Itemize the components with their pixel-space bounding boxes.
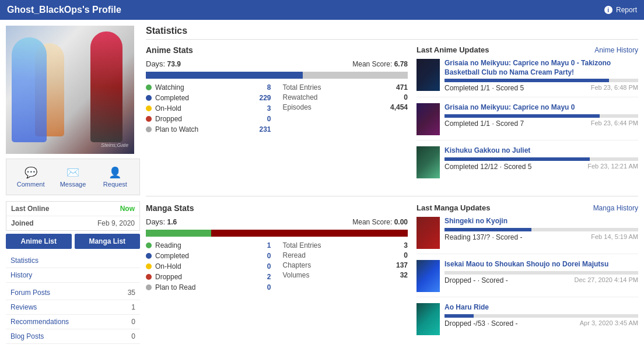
anime-watching-row: Watching 8 (146, 83, 271, 92)
anime-update-info-2: Grisaia no Meikyuu: Caprice no Mayu 0 Co… (444, 103, 638, 135)
profile-title: Ghost_BlackOps's Profile (7, 5, 121, 15)
rewatched-row: Rewatched 0 (283, 93, 408, 101)
anime-progress-bar (146, 72, 408, 79)
sidebar-item-reviews[interactable]: Reviews 1 (6, 300, 140, 315)
plan-value: 231 (259, 125, 271, 133)
manga-onhold-label: On-Hold (155, 262, 267, 270)
last-online-label: Last Online (11, 205, 49, 213)
volumes-value: 32 (400, 271, 408, 279)
anime-date-1: Feb 23, 6:48 PM (591, 84, 638, 91)
completed-label: Completed (155, 94, 259, 102)
anime-meta-3: Completed 12/12 · Scored 5 Feb 23, 12:21… (444, 163, 638, 171)
manga-section: Manga Stats Days: 1.6 Mean Score: 0.00 (146, 203, 638, 346)
report-link[interactable]: i Report (604, 6, 637, 15)
manga-onhold-dot (146, 263, 152, 269)
manga-plan-row: Plan to Read 0 (146, 283, 271, 291)
sidebar-item-statistics[interactable]: Statistics (6, 254, 140, 268)
manga-completed-label: Completed (155, 252, 267, 260)
watching-dot (146, 85, 152, 90)
action-buttons: 💬 Comment ✉️ Message 👤 Request (6, 159, 140, 195)
manga-stats-col: Manga Stats Days: 1.6 Mean Score: 0.00 (146, 203, 408, 346)
anime-onhold-row: On-Hold 3 (146, 104, 271, 113)
anime-bar-fill-1 (444, 79, 609, 82)
anime-bar-1 (444, 79, 638, 82)
manga-title-1[interactable]: Shingeki no Kyojin (444, 217, 638, 226)
onhold-dot (146, 106, 152, 111)
manga-plan-value: 0 (267, 283, 271, 291)
manga-bar-3 (444, 314, 638, 318)
manga-total-entries-row: Total Entries 3 (283, 241, 408, 249)
manga-date-1: Feb 14, 5:19 AM (591, 233, 638, 240)
request-button[interactable]: 👤 Request (96, 164, 135, 190)
manga-thumb-2 (416, 260, 440, 292)
blog-posts-count: 0 (131, 332, 135, 340)
manga-days-row: Days: 1.6 Mean Score: 0.00 (146, 217, 408, 226)
plan-dot (146, 126, 152, 132)
anime-update-item-2: Grisaia no Meikyuu: Caprice no Mayu 0 Co… (416, 103, 638, 140)
manga-history-link[interactable]: Manga History (593, 204, 638, 212)
manga-dropped-row: Dropped 2 (146, 273, 271, 281)
last-manga-updates-col: Last Manga Updates Manga History Shingek… (416, 203, 638, 346)
total-entries-row: Total Entries 471 (283, 83, 408, 92)
anime-status-list: Watching 8 Completed 229 On-Hold 3 (146, 83, 271, 136)
manga-list-button[interactable]: Manga List (75, 234, 141, 249)
anime-update-item-1: Grisaia no Meikyuu: Caprice no Mayu 0 - … (416, 59, 638, 97)
anime-bar-fill-3 (444, 157, 590, 161)
anime-meta-2: Completed 1/1 · Scored 7 Feb 23, 6:44 PM (444, 119, 638, 128)
forum-posts-count: 35 (128, 289, 135, 297)
reviews-link: Reviews (10, 303, 37, 311)
anime-title-1[interactable]: Grisaia no Meikyuu: Caprice no Mayu 0 - … (444, 59, 638, 77)
sidebar-stats-nav: Forum Posts 35 Reviews 1 Recommendations… (6, 286, 140, 344)
manga-completed-row: Completed 0 (146, 252, 271, 260)
sidebar-item-recommendations[interactable]: Recommendations 0 (6, 315, 140, 329)
chapters-value: 137 (396, 261, 408, 269)
onhold-label: On-Hold (155, 104, 267, 113)
anime-meta-1: Completed 1/1 · Scored 5 Feb 23, 6:48 PM (444, 84, 638, 92)
comment-icon: 💬 (24, 166, 37, 179)
episodes-value: 4,454 (390, 103, 408, 111)
anime-section: Anime Stats Days: 73.9 Mean Score: 6.78 (146, 45, 638, 189)
manga-dropped-value: 2 (267, 273, 271, 281)
anime-title-2[interactable]: Grisaia no Meikyuu: Caprice no Mayu 0 (444, 103, 638, 113)
manga-completed-dot (146, 253, 152, 259)
anime-list-button[interactable]: Anime List (6, 234, 72, 249)
dropped-dot (146, 116, 152, 122)
anime-totals-list: Total Entries 471 Rewatched 0 Episodes 4… (283, 83, 408, 136)
manga-mean-score-value: 0.00 (394, 218, 408, 226)
anime-date-3: Feb 23, 12:21 AM (587, 163, 638, 170)
manga-dropped-dot (146, 274, 152, 280)
anime-bar-3 (444, 157, 638, 161)
sidebar-item-history[interactable]: History (6, 268, 140, 283)
manga-update-info-3: Ao Haru Ride Dropped -/53 · Scored - Apr… (444, 303, 638, 335)
manga-updates-header: Last Manga Updates Manga History (416, 203, 638, 212)
manga-date-3: Apr 3, 2020 3:45 AM (580, 319, 638, 326)
comment-button[interactable]: 💬 Comment (11, 164, 50, 190)
manga-days-value: 1.6 (167, 218, 177, 226)
chapters-row: Chapters 137 (283, 261, 408, 269)
manga-bar-fill-3 (444, 314, 474, 318)
total-entries-value: 471 (396, 83, 408, 92)
last-online-value: Now (120, 205, 135, 213)
anime-history-link[interactable]: Anime History (594, 46, 638, 54)
forum-posts-link: Forum Posts (10, 289, 50, 297)
statistics-title: Statistics (146, 26, 638, 40)
recommendations-count: 0 (131, 318, 135, 326)
manga-title-2[interactable]: Isekai Maou to Shoukan Shoujo no Dorei M… (444, 260, 638, 269)
message-button[interactable]: ✉️ Message (53, 164, 92, 190)
joined-row: Joined Feb 9, 2020 (6, 216, 139, 230)
anime-title-3[interactable]: Kishuku Gakkou no Juliet (444, 146, 638, 156)
completed-dot (146, 95, 152, 101)
manga-title-3[interactable]: Ao Haru Ride (444, 303, 638, 312)
joined-label: Joined (11, 219, 34, 227)
sidebar-item-forum-posts[interactable]: Forum Posts 35 (6, 286, 140, 300)
manga-dropped-label: Dropped (155, 273, 267, 281)
manga-date-2: Dec 27, 2020 4:14 PM (575, 276, 638, 283)
anime-thumb-3 (416, 146, 440, 178)
manga-thumb-1 (416, 217, 440, 249)
anime-mean-score-value: 6.78 (394, 60, 408, 68)
anime-days-row: Days: 73.9 Mean Score: 6.78 (146, 59, 408, 68)
statistics-link: Statistics (10, 256, 38, 265)
sidebar-item-blog-posts[interactable]: Blog Posts 0 (6, 329, 140, 344)
recommendations-link: Recommendations (10, 318, 69, 326)
reading-dot (146, 242, 152, 248)
